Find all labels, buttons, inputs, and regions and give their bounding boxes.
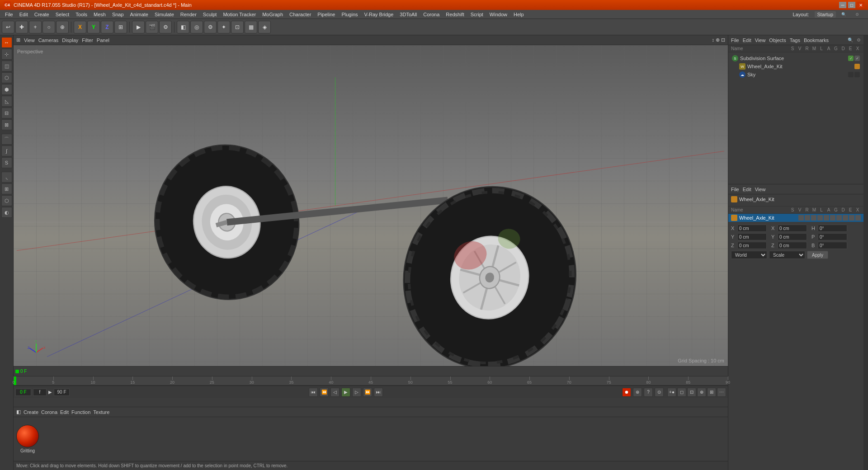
render-button[interactable]: 🎬 (146, 21, 158, 33)
object-button[interactable]: ○ (42, 21, 55, 33)
menu-item-character[interactable]: Character (286, 11, 314, 18)
layout-gear-icon[interactable]: ⚙ (852, 11, 863, 18)
grid-tool[interactable]: ⊞ (1, 183, 12, 194)
menu-item-animate[interactable]: Animate (127, 11, 151, 18)
menu-item-render[interactable]: Render (177, 11, 200, 18)
render-preview-button[interactable]: ▶ (132, 21, 145, 33)
autokey-button[interactable]: ⊛ (633, 388, 642, 397)
y-position2-input[interactable] (778, 233, 807, 240)
filter-menu[interactable]: Filter (82, 38, 93, 43)
object-type-3[interactable]: ⚙ (204, 21, 217, 33)
object-wheel-axle-kit[interactable]: W Wheel_Axle_Kit (730, 62, 862, 70)
prev-key-button[interactable]: ◁ (330, 388, 340, 397)
create-menu[interactable]: Create (24, 409, 38, 415)
sculpt-tool[interactable]: ◟ (1, 172, 12, 183)
attr-file-menu[interactable]: File (731, 187, 739, 192)
p-rotation-input[interactable] (818, 233, 847, 240)
object-type-2[interactable]: ◎ (190, 21, 203, 33)
menu-item-plugins[interactable]: Plugins (338, 11, 361, 18)
close-button[interactable]: ✕ (857, 2, 864, 8)
new-object-button[interactable]: ✚ (15, 21, 28, 33)
y-mode-button[interactable]: Y (87, 21, 100, 33)
end-frame-input[interactable] (54, 389, 70, 396)
x-mode-button[interactable]: X (74, 21, 86, 33)
maximize-button[interactable]: □ (848, 2, 855, 8)
extrude-tool[interactable]: ⬡ (1, 72, 12, 83)
auto-keyframe-button[interactable]: ⊡ (687, 388, 696, 397)
add2-button[interactable]: ⊕ (56, 21, 69, 33)
settings-extra-button[interactable]: ⋯ (717, 388, 726, 397)
next-frame-button[interactable]: ⏩ (363, 388, 372, 397)
object-type-5[interactable]: ⊡ (231, 21, 244, 33)
timeline-ruler[interactable]: 051015202530354045505560657075808590 (14, 376, 728, 385)
corona-menu[interactable]: Corona (41, 409, 57, 415)
keyframe-button[interactable]: ? (644, 388, 653, 397)
paint-tool[interactable]: ◫ (1, 61, 12, 71)
texture-tool[interactable]: ⬡ (1, 195, 12, 206)
bridge-tool[interactable]: ⊟ (1, 108, 12, 118)
add-button[interactable]: + (29, 21, 42, 33)
apply-button[interactable]: Apply (807, 251, 828, 259)
panel-menu[interactable]: Panel (97, 38, 109, 43)
menu-item-select[interactable]: Select (52, 11, 73, 18)
display-menu[interactable]: Display (62, 38, 78, 43)
menu-item-snap[interactable]: Snap (109, 11, 127, 18)
layout-search-icon[interactable]: 🔍 (838, 11, 850, 18)
material-tool[interactable]: ◐ (1, 207, 12, 218)
weld-tool[interactable]: ⊠ (1, 119, 12, 130)
next-key-button[interactable]: ▷ (352, 388, 361, 397)
zoom-icon[interactable]: ⊕ (716, 37, 720, 43)
layout-value[interactable]: Startup (815, 11, 836, 18)
obj-file-menu[interactable]: File (731, 38, 739, 43)
spline-tool[interactable]: S (1, 157, 12, 168)
attr-view-menu[interactable]: View (755, 187, 766, 192)
coord-system-dropdown[interactable]: World Local Object (731, 251, 767, 259)
menu-item-mograph[interactable]: MoGraph (259, 11, 286, 18)
knife-tool[interactable]: ◺ (1, 96, 12, 107)
menu-item-pipeline[interactable]: Pipeline (314, 11, 338, 18)
z-position2-input[interactable] (778, 242, 807, 249)
function-menu[interactable]: Function (71, 409, 90, 415)
object-type-6[interactable]: ▦ (245, 21, 257, 33)
line-tool[interactable]: ⌒ (1, 134, 12, 145)
menu-item-v-ray-bridge[interactable]: V-Ray Bridge (361, 11, 397, 18)
menu-item-simulate[interactable]: Simulate (151, 11, 177, 18)
material-item[interactable]: Gritting (16, 425, 39, 453)
scale-mode-dropdown[interactable]: Scale (769, 251, 805, 259)
attr-edit-menu[interactable]: Edit (743, 187, 751, 192)
obj-objects-menu[interactable]: Objects (769, 38, 786, 43)
move-icon[interactable]: ↕ (712, 37, 715, 43)
current-frame-input[interactable] (33, 389, 47, 396)
coord-system-button[interactable]: ⊞ (114, 21, 127, 33)
b-rotation-input[interactable] (818, 242, 847, 249)
menu-item-motion-tracker[interactable]: Motion Tracker (220, 11, 259, 18)
fit-icon[interactable]: ⊡ (721, 37, 725, 43)
render-settings-button[interactable]: ⚙ (159, 21, 172, 33)
minimize-button[interactable]: ─ (839, 2, 846, 8)
menu-item-mesh[interactable]: Mesh (90, 11, 109, 18)
remove-keyframe-button[interactable]: ◻ (677, 388, 686, 397)
menu-item-script[interactable]: Script (467, 11, 486, 18)
menu-item-edit[interactable]: Edit (16, 11, 31, 18)
timeline-record-indicator[interactable] (15, 370, 19, 373)
obj-search-icon[interactable]: 🔍 (848, 38, 853, 42)
viewport[interactable]: Perspective (14, 45, 728, 366)
badge-yellow[interactable] (854, 64, 860, 69)
view-menu[interactable]: View (24, 38, 35, 43)
menu-item-3dtoall[interactable]: 3DToAll (396, 11, 420, 18)
menu-item-corona[interactable]: Corona (420, 11, 443, 18)
menu-item-redshift[interactable]: Redshift (443, 11, 467, 18)
curve-tool[interactable]: ∫ (1, 146, 12, 156)
z-mode-button[interactable]: Z (101, 21, 113, 33)
add-keyframe-button[interactable]: +● (667, 388, 676, 397)
menu-item-file[interactable]: File (2, 11, 16, 18)
object-type-4[interactable]: ✦ (217, 21, 230, 33)
badge-gray-sky2[interactable] (854, 72, 860, 77)
cameras-menu[interactable]: Cameras (38, 38, 59, 43)
undo-button[interactable]: ↩ (2, 21, 14, 33)
play-button[interactable]: ▶ (341, 388, 350, 397)
menu-item-window[interactable]: Window (486, 11, 510, 18)
motion-button[interactable]: ⊙ (655, 388, 664, 397)
select-tool[interactable]: ⊹ (1, 49, 12, 60)
h-rotation-input[interactable] (818, 225, 847, 232)
